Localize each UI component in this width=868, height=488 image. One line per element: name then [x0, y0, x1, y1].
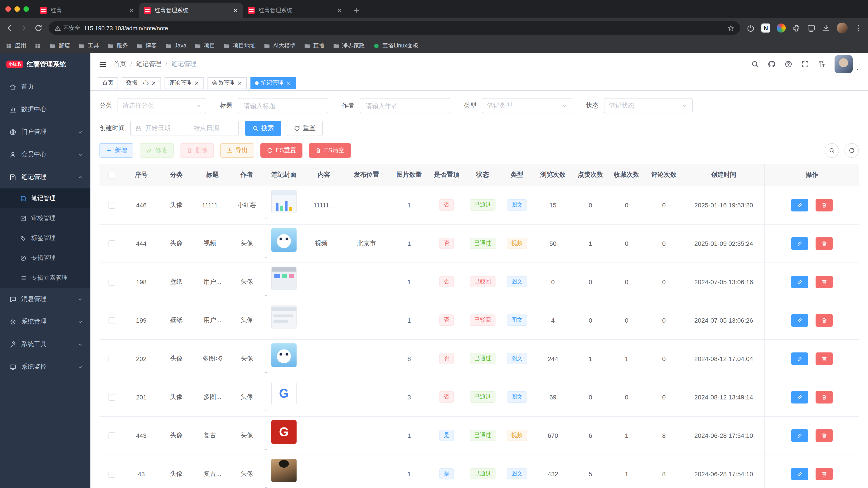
power-icon[interactable] — [746, 24, 755, 32]
bookmark-star-icon[interactable] — [727, 24, 735, 32]
bookmark-item[interactable]: 博客 — [136, 42, 157, 50]
bookmark-item[interactable]: 净界家政 — [333, 42, 365, 50]
tab-close-icon[interactable] — [232, 7, 239, 13]
row-delete-button[interactable] — [815, 352, 833, 365]
bookmark-item[interactable]: 项目 — [195, 42, 215, 50]
row-checkbox[interactable] — [108, 471, 115, 478]
note-cover-image[interactable] — [271, 267, 297, 290]
back-icon[interactable] — [5, 24, 13, 32]
edit-button[interactable]: 修改 — [140, 143, 174, 158]
tag-item[interactable]: 数据中心 — [122, 77, 161, 89]
toggle-search-button[interactable] — [825, 143, 839, 158]
row-edit-button[interactable] — [791, 429, 808, 442]
note-cover-image[interactable]: G — [271, 420, 297, 444]
search-button[interactable]: 搜索 — [245, 121, 281, 136]
tag-item[interactable]: 会员管理 — [208, 77, 247, 89]
note-cover-image[interactable]: G — [271, 382, 297, 405]
note-cover-image[interactable] — [271, 228, 297, 252]
type-select[interactable]: 笔记类型 — [482, 98, 572, 113]
row-delete-button[interactable] — [815, 467, 833, 480]
category-select[interactable]: 请选择分类 — [118, 98, 206, 113]
reset-button[interactable]: 重置 — [287, 121, 323, 136]
security-indicator[interactable]: 不安全 — [54, 24, 80, 32]
n-extension-badge[interactable]: N — [761, 24, 770, 33]
tag-close-icon[interactable] — [237, 80, 242, 86]
sidebar-item-note-group[interactable]: 笔记管理 — [0, 166, 90, 188]
es-clear-button[interactable]: ES清空 — [309, 143, 351, 158]
help-icon[interactable] — [784, 60, 793, 68]
sidebar-item-album[interactable]: 专辑管理 — [0, 248, 90, 268]
url-text[interactable]: 115.190.73.103/admin/note/note — [84, 25, 723, 31]
sidebar-item-tools[interactable]: 系统工具 — [0, 333, 90, 356]
es-reset-button[interactable]: ES重置 — [260, 143, 303, 158]
row-delete-button[interactable] — [815, 237, 833, 250]
row-delete-button[interactable] — [815, 199, 833, 211]
row-checkbox[interactable] — [108, 356, 115, 362]
bookmark-item[interactable]: 直播 — [304, 42, 324, 50]
address-bar[interactable]: 不安全 115.190.73.103/admin/note/note — [49, 21, 740, 35]
row-checkbox[interactable] — [108, 202, 115, 209]
tag-item[interactable]: 笔记管理 — [250, 77, 296, 89]
font-size-icon[interactable] — [818, 60, 826, 68]
add-button[interactable]: 新增 — [99, 143, 133, 158]
row-checkbox[interactable] — [108, 317, 115, 324]
tab-close-icon[interactable] — [336, 7, 343, 13]
note-cover-image[interactable] — [271, 344, 297, 367]
bookmark-item[interactable]: Java — [165, 42, 186, 49]
forward-icon[interactable] — [20, 24, 28, 32]
note-cover-image[interactable] — [271, 459, 297, 482]
row-checkbox[interactable] — [108, 394, 115, 401]
bookmark-item[interactable]: 工具 — [78, 42, 99, 50]
browser-tab-admin-active[interactable]: 红薯管理系统 — [139, 3, 243, 18]
date-range-picker[interactable]: 开始日期 - 结束日期 — [130, 121, 239, 136]
bookmark-item[interactable]: 宝塔Linux面板 — [373, 42, 418, 50]
title-input[interactable] — [238, 98, 328, 113]
sidebar-item-member[interactable]: 会员中心 — [0, 143, 90, 166]
note-cover-image[interactable] — [271, 190, 297, 213]
tag-close-icon[interactable] — [194, 80, 199, 86]
row-delete-button[interactable] — [815, 314, 833, 326]
bookmark-item[interactable]: AI大模型 — [264, 42, 296, 50]
row-edit-button[interactable] — [791, 314, 808, 326]
bookmark-item[interactable]: 应用 — [5, 42, 26, 50]
delete-button[interactable]: 删除 — [180, 143, 214, 158]
sidebar-item-album-element[interactable]: 专辑元素管理 — [0, 268, 90, 288]
profile-avatar[interactable] — [837, 23, 848, 33]
row-delete-button[interactable] — [815, 275, 833, 288]
reload-icon[interactable] — [34, 24, 42, 32]
row-edit-button[interactable] — [791, 467, 808, 480]
github-icon[interactable] — [768, 60, 776, 68]
bookmark-item[interactable]: 翻墙 — [49, 42, 70, 50]
header-search-icon[interactable] — [751, 60, 759, 68]
refresh-table-button[interactable] — [844, 143, 859, 158]
window-close-button[interactable] — [5, 6, 11, 12]
bookmark-item[interactable]: 项目地址 — [223, 42, 256, 50]
row-delete-button[interactable] — [815, 429, 833, 442]
row-checkbox[interactable] — [108, 240, 115, 247]
window-zoom-button[interactable] — [24, 6, 29, 12]
sidebar-item-system[interactable]: 系统管理 — [0, 311, 90, 333]
browser-tab-admin[interactable]: 红薯管理系统 — [243, 3, 347, 18]
cast-icon[interactable] — [807, 24, 815, 32]
window-minimize-button[interactable] — [14, 6, 20, 12]
sidebar-item-message[interactable]: 消息管理 — [0, 288, 90, 311]
sidebar-item-home[interactable]: 首页 — [0, 75, 90, 98]
browser-tab-hongshu[interactable]: 红薯 — [35, 3, 139, 18]
breadcrumb-item[interactable]: 笔记管理 — [161, 60, 197, 68]
select-all-checkbox[interactable] — [108, 172, 115, 178]
tag-close-icon[interactable] — [286, 80, 291, 86]
tag-item[interactable]: 首页 — [98, 77, 118, 89]
tag-close-icon[interactable] — [151, 80, 156, 86]
puzzle-icon[interactable] — [792, 24, 801, 32]
sidebar-item-portal[interactable]: 门户管理 — [0, 121, 90, 143]
sidebar-item-data-center[interactable]: 数据中心 — [0, 98, 90, 121]
fullscreen-icon[interactable] — [801, 60, 809, 68]
tag-item[interactable]: 评论管理 — [164, 77, 204, 89]
row-edit-button[interactable] — [791, 391, 808, 403]
bookmark-item[interactable]: 服务 — [107, 42, 128, 50]
export-button[interactable]: 导出 — [220, 143, 254, 158]
user-avatar[interactable] — [835, 55, 852, 73]
breadcrumb-item[interactable]: 首页 — [114, 60, 126, 68]
download-icon[interactable] — [822, 24, 831, 32]
row-edit-button[interactable] — [791, 275, 808, 288]
